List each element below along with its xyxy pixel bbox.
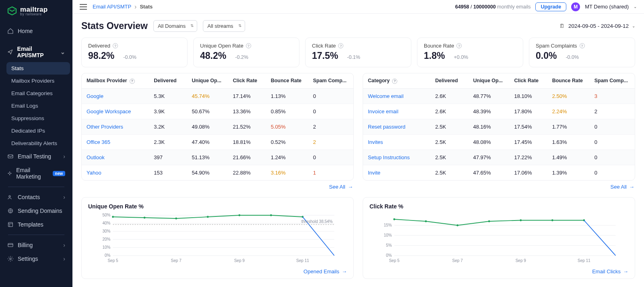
table-cell: 2.5K: [430, 119, 468, 134]
table-cell[interactable]: Yahoo: [82, 165, 149, 180]
table-cell[interactable]: Outlook: [82, 150, 149, 165]
table-header: Category?: [363, 73, 430, 88]
chevron-down-icon[interactable]: ⌄: [634, 4, 637, 9]
help-icon[interactable]: ?: [392, 79, 397, 84]
help-icon[interactable]: ?: [456, 43, 462, 48]
svg-rect-4: [8, 223, 13, 227]
chevron-right-icon: ›: [63, 153, 65, 160]
help-icon[interactable]: ?: [338, 43, 343, 48]
help-icon[interactable]: ?: [113, 43, 118, 48]
sidebar-item-home[interactable]: Home: [2, 24, 70, 38]
svg-text:Sep 7: Sep 7: [452, 258, 463, 263]
sidebar-item-stats[interactable]: Stats: [6, 62, 70, 75]
sidebar-item-settings[interactable]: Settings ›: [2, 252, 70, 266]
table-row[interactable]: Invite2.5K47.65%17.06%1.39%0: [363, 165, 635, 180]
sidebar-item-mailbox-providers[interactable]: Mailbox Providers: [6, 75, 70, 87]
table-cell: 17.54%: [510, 119, 547, 134]
table-header: Spam Comp...: [590, 73, 635, 88]
menu-toggle-icon[interactable]: [80, 4, 87, 10]
sidebar-subnav: Stats Mailbox Providers Email Categories…: [2, 62, 70, 150]
table-cell[interactable]: Invites: [363, 134, 430, 150]
chevron-right-icon: ›: [63, 194, 65, 200]
sidebar-item-templates[interactable]: Templates: [2, 218, 70, 231]
table-row[interactable]: Reset password2.5K48.16%17.54%1.77%0: [363, 119, 635, 134]
table-cell: 0: [308, 88, 353, 104]
layout-icon: [7, 221, 14, 228]
table-row[interactable]: Invoice email2.6K48.39%17.80%2.24%2: [363, 104, 635, 119]
table-cell[interactable]: Reset password: [363, 119, 430, 134]
svg-text:Sep 11: Sep 11: [578, 258, 590, 263]
kpi-label: Unique Open Rate ?: [200, 43, 293, 49]
table-row[interactable]: Yahoo15354.90%22.88%3.16%1: [82, 165, 353, 180]
sidebar-item-email-logs[interactable]: Email Logs: [6, 100, 70, 112]
table-cell[interactable]: Invoice email: [363, 104, 430, 119]
sidebar-item-contacts[interactable]: Contacts ›: [2, 190, 70, 204]
svg-text:30%: 30%: [102, 229, 110, 233]
table-cell[interactable]: Other Providers: [82, 119, 149, 134]
table-header: Bounce Rate: [266, 73, 308, 88]
svg-text:0%: 0%: [105, 253, 111, 258]
sidebar-item-suppressions[interactable]: Suppressions: [6, 112, 70, 125]
table-cell: 2.5K: [430, 150, 468, 165]
breadcrumb-root[interactable]: Email API/SMTP: [93, 4, 131, 10]
date-range-picker[interactable]: 🗓 2024-09-05 - 2024-09-12 ⌄: [559, 23, 635, 29]
logo[interactable]: mailtrap by railsware: [0, 0, 72, 20]
svg-text:40%: 40%: [102, 221, 110, 225]
inbox-icon: [7, 153, 14, 160]
kpi-card: Unique Open Rate ?48.2%-0.2%: [193, 37, 299, 67]
open-rate-chart: Unique Open Rate % 0%10%20%30%40%50%Sep …: [81, 197, 354, 279]
sidebar-item-email-api[interactable]: Email API/SMTP ⌄: [2, 42, 70, 62]
svg-text:20%: 20%: [102, 237, 110, 241]
avatar[interactable]: M: [571, 2, 580, 11]
kpi-value: 98.2%: [88, 50, 114, 61]
table-cell[interactable]: Invite: [363, 165, 430, 180]
table-cell[interactable]: Google Workspace: [82, 104, 149, 119]
upgrade-button[interactable]: Upgrade: [535, 2, 566, 11]
table-row[interactable]: Google5.3K45.74%17.14%1.13%0: [82, 88, 353, 104]
sparkle-icon: [7, 170, 12, 177]
table-cell: 1.39%: [547, 165, 590, 180]
table-row[interactable]: Setup Instructions2.5K47.97%17.22%1.49%0: [363, 150, 635, 165]
stream-filter[interactable]: All streams: [203, 20, 245, 32]
new-badge: new: [53, 171, 65, 176]
svg-text:Sep 9: Sep 9: [234, 258, 245, 263]
sidebar-item-dedicated-ips[interactable]: Dedicated IPs: [6, 125, 70, 137]
sidebar-item-billing[interactable]: Billing ›: [2, 238, 70, 252]
domain-filter[interactable]: All Domains: [153, 20, 197, 32]
sidebar-item-email-marketing[interactable]: Email Marketing new: [2, 163, 70, 183]
providers-see-all-link[interactable]: See All →: [329, 184, 353, 190]
table-row[interactable]: Welcome email2.6K48.77%18.10%2.50%3: [363, 88, 635, 104]
table-row[interactable]: Office 3652.3K47.40%18.81%0.52%2: [82, 134, 353, 150]
table-row[interactable]: Invites2.5K48.08%17.45%1.63%0: [363, 134, 635, 150]
table-cell: 18.10%: [510, 88, 547, 104]
send-icon: [7, 49, 13, 55]
table-cell: 47.40%: [187, 134, 228, 150]
sidebar-item-deliverability-alerts[interactable]: Deliverability Alerts: [6, 137, 70, 150]
table-cell[interactable]: Welcome email: [363, 88, 430, 104]
help-icon[interactable]: ?: [246, 43, 251, 48]
account-name[interactable]: MT Demo (shared): [585, 4, 629, 10]
table-cell[interactable]: Office 365: [82, 134, 149, 150]
page-title: Stats Overview: [81, 21, 148, 31]
table-cell[interactable]: Google: [82, 88, 149, 104]
help-icon[interactable]: ?: [580, 43, 585, 48]
sidebar-item-email-categories[interactable]: Email Categories: [6, 87, 70, 100]
sidebar-item-email-testing[interactable]: Email Testing ›: [2, 150, 70, 163]
table-cell[interactable]: Setup Instructions: [363, 150, 430, 165]
email-clicks-link[interactable]: Email Clicks →: [592, 268, 628, 275]
table-row[interactable]: Outlook39751.13%21.66%1.24%0: [82, 150, 353, 165]
table-header: Delivered: [430, 73, 468, 88]
table-cell: 22.88%: [228, 165, 266, 180]
categories-see-all-link[interactable]: See All →: [611, 184, 634, 190]
table-row[interactable]: Google Workspace3.9K50.67%13.36%0.85%0: [82, 104, 353, 119]
kpi-label: Bounce Rate ?: [424, 43, 516, 49]
main: Email API/SMTP › Stats 64958 / 10000000 …: [72, 0, 644, 287]
kpi-card: Delivered ?98.2%-0.0%: [81, 37, 188, 67]
kpi-label: Delivered ?: [88, 43, 181, 49]
sidebar-item-sending-domains[interactable]: Sending Domains: [2, 204, 70, 218]
help-icon[interactable]: ?: [130, 79, 135, 84]
card-icon: [7, 242, 14, 248]
opened-emails-link[interactable]: Opened Emails →: [303, 268, 347, 275]
table-row[interactable]: Other Providers3.2K49.08%21.52%5.05%2: [82, 119, 353, 134]
table-cell: 17.45%: [510, 134, 547, 150]
